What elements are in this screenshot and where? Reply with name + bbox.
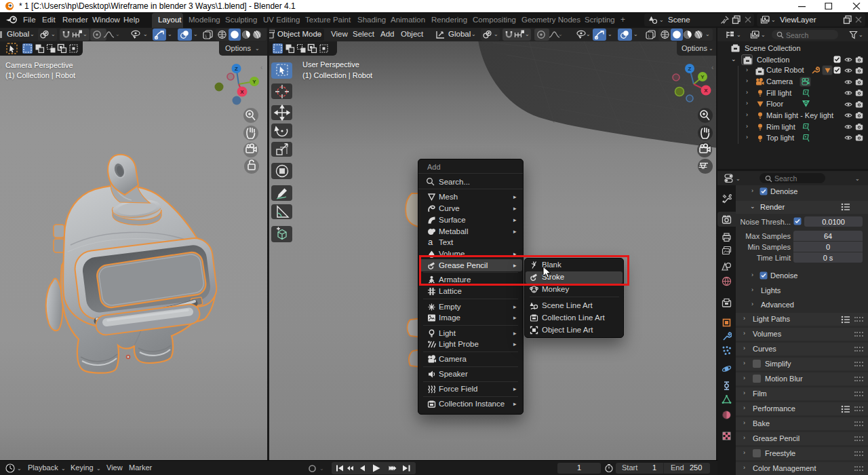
- svg-text:Y: Y: [252, 79, 256, 85]
- svg-text:Z: Z: [235, 66, 238, 72]
- svg-text:Z: Z: [688, 66, 692, 72]
- svg-text:X: X: [240, 89, 244, 95]
- svg-text:X: X: [704, 88, 708, 94]
- svg-text:Y: Y: [701, 74, 705, 80]
